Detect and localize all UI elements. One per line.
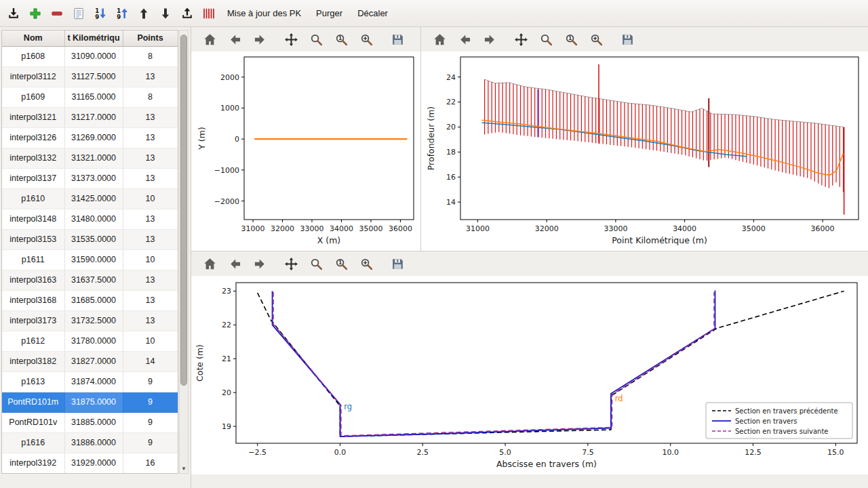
menu-decaler[interactable]: Décaler: [351, 3, 394, 24]
cell-nom[interactable]: interpol3137: [2, 168, 64, 188]
cell-pk[interactable]: 31373.0000: [64, 168, 123, 188]
cell-points[interactable]: 13: [123, 209, 178, 229]
table-row[interactable]: interpol316831685.000013: [2, 290, 178, 310]
cell-points[interactable]: 9: [123, 371, 178, 392]
cell-nom[interactable]: interpol3148: [2, 209, 64, 229]
cell-pk[interactable]: 31425.0000: [64, 188, 123, 209]
cell-nom[interactable]: interpol3153: [2, 229, 64, 249]
cell-points[interactable]: 10: [123, 331, 178, 351]
cell-points[interactable]: 13: [123, 168, 178, 188]
import-button[interactable]: [4, 3, 23, 24]
cell-pk[interactable]: 31127.5000: [64, 66, 123, 87]
table-row[interactable]: p161331874.00009: [2, 371, 178, 392]
cell-pk[interactable]: 31780.0000: [64, 331, 123, 351]
cell-pk[interactable]: 31590.0000: [64, 249, 123, 270]
cell-points[interactable]: 9: [123, 432, 178, 453]
zoom-button[interactable]: [307, 253, 325, 274]
home-button[interactable]: [431, 29, 448, 49]
cell-pk[interactable]: 31874.0000: [64, 371, 123, 392]
cell-points[interactable]: 10: [123, 249, 178, 270]
back-button[interactable]: [456, 29, 473, 49]
table-row[interactable]: p161031425.000010: [2, 188, 178, 209]
cell-points[interactable]: 13: [123, 66, 178, 87]
forward-button[interactable]: [481, 29, 498, 49]
table-row[interactable]: PontRD101v31885.00009: [2, 412, 178, 432]
cell-nom[interactable]: p1610: [2, 188, 64, 209]
table-row[interactable]: interpol312131217.000013: [2, 107, 178, 127]
column-header-points[interactable]: Points: [123, 30, 178, 46]
back-button[interactable]: [226, 29, 243, 49]
pan-button[interactable]: [282, 29, 300, 49]
weirs-button[interactable]: [199, 3, 218, 24]
save-button[interactable]: [389, 29, 406, 49]
cell-nom[interactable]: PontRD101v: [2, 412, 64, 432]
save-button[interactable]: [618, 29, 636, 49]
column-header-nom[interactable]: Nom: [2, 30, 64, 46]
cell-nom[interactable]: PontRD101m: [2, 392, 64, 412]
table-row[interactable]: interpol311231127.500013: [2, 66, 178, 87]
sort-desc-button[interactable]: 19: [91, 3, 110, 24]
cell-pk[interactable]: 31090.0000: [64, 46, 123, 66]
menu-mise-a-jour-pk[interactable]: Mise à jour des PK: [221, 3, 307, 24]
cell-nom[interactable]: p1609: [2, 87, 64, 107]
cell-pk[interactable]: 31875.0000: [64, 392, 123, 412]
cell-pk[interactable]: 31885.0000: [64, 412, 123, 432]
cell-pk[interactable]: 31165.0000: [64, 87, 123, 107]
cell-pk[interactable]: 31637.5000: [64, 270, 123, 290]
zoom-plus-button[interactable]: [587, 29, 605, 49]
table-row[interactable]: interpol316331637.500013: [2, 270, 178, 290]
cell-nom[interactable]: p1611: [2, 249, 64, 270]
column-header-pk[interactable]: t Kilométriqu: [64, 30, 123, 46]
cell-points[interactable]: 13: [123, 148, 178, 168]
cell-points[interactable]: 13: [123, 290, 178, 310]
menu-purger[interactable]: Purger: [310, 3, 349, 24]
zoom-plus-button[interactable]: [357, 29, 375, 49]
cell-points[interactable]: 9: [123, 392, 178, 412]
profile-chart[interactable]: 3100032000330003400035000360001416182022…: [421, 52, 868, 251]
remove-button[interactable]: [47, 3, 66, 24]
forward-button[interactable]: [251, 253, 269, 274]
cell-nom[interactable]: interpol3132: [2, 148, 64, 168]
table-scrollbar[interactable]: ▼: [179, 30, 189, 474]
cell-nom[interactable]: interpol3192: [2, 453, 64, 473]
table-row[interactable]: p161231780.000010: [2, 331, 178, 351]
plan-view-chart[interactable]: 310003200033000340003500036000−2000−1000…: [191, 52, 420, 251]
export-button[interactable]: [178, 3, 197, 24]
cell-pk[interactable]: 31217.0000: [64, 107, 123, 127]
table-row[interactable]: interpol313231321.000013: [2, 148, 178, 168]
cell-nom[interactable]: p1613: [2, 371, 64, 392]
table-row[interactable]: interpol319231929.000016: [2, 453, 178, 473]
cell-pk[interactable]: 31535.0000: [64, 229, 123, 249]
cell-points[interactable]: 13: [123, 270, 178, 290]
cell-nom[interactable]: p1612: [2, 331, 64, 351]
home-button[interactable]: [201, 29, 218, 49]
cell-points[interactable]: 10: [123, 188, 178, 209]
cell-pk[interactable]: 31929.0000: [64, 453, 123, 473]
cell-nom[interactable]: interpol3126: [2, 127, 64, 148]
zoom-one-button[interactable]: 1: [562, 29, 580, 49]
zoom-button[interactable]: [537, 29, 555, 49]
zoom-plus-button[interactable]: [357, 253, 375, 274]
scrollbar-down-arrow-icon[interactable]: ▼: [180, 466, 188, 472]
cell-points[interactable]: 16: [123, 453, 178, 473]
pan-button[interactable]: [282, 253, 300, 274]
cell-points[interactable]: 13: [123, 127, 178, 148]
table-row[interactable]: interpol312631269.000013: [2, 127, 178, 148]
cell-nom[interactable]: p1608: [2, 46, 64, 66]
move-down-button[interactable]: [156, 3, 175, 24]
cell-pk[interactable]: 31480.0000: [64, 209, 123, 229]
cell-pk[interactable]: 31685.0000: [64, 290, 123, 310]
cell-points[interactable]: 8: [123, 87, 178, 107]
cell-points[interactable]: 9: [123, 412, 178, 432]
cell-nom[interactable]: p1616: [2, 432, 64, 453]
table-scrollbar-thumb[interactable]: [180, 35, 187, 386]
cell-pk[interactable]: 31732.5000: [64, 310, 123, 331]
sort-asc-button[interactable]: 19: [113, 3, 132, 24]
zoom-button[interactable]: [307, 29, 325, 49]
cell-nom[interactable]: interpol3182: [2, 351, 64, 371]
table-row[interactable]: interpol317331732.500013: [2, 310, 178, 331]
cell-points[interactable]: 8: [123, 46, 178, 66]
table-row[interactable]: p161131590.000010: [2, 249, 178, 270]
cell-points[interactable]: 14: [123, 351, 178, 371]
table-row[interactable]: p161631886.00009: [2, 432, 178, 453]
